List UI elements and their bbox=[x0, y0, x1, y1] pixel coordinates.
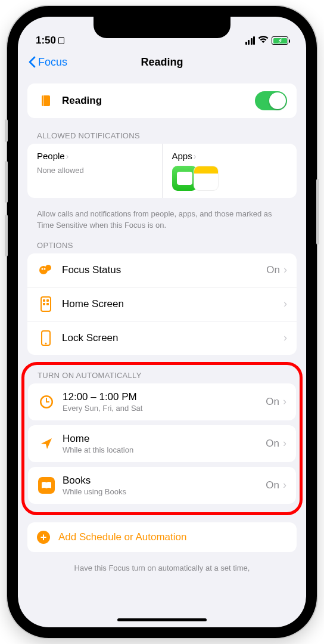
annotation-highlight: TURN ON AUTOMATICALLY 12:00 – 1:00 PM Ev… bbox=[21, 362, 303, 515]
add-automation-card: + Add Schedule or Automation bbox=[27, 522, 297, 552]
focus-status-icon bbox=[37, 261, 55, 279]
chevron-right-icon: › bbox=[283, 437, 286, 450]
add-automation-button[interactable]: + Add Schedule or Automation bbox=[27, 522, 297, 552]
automation-app-card: Books While using Books On › bbox=[28, 467, 296, 504]
back-button[interactable]: Focus bbox=[29, 56, 67, 69]
notes-app-icon bbox=[194, 166, 219, 191]
allowed-people-sub: None allowed bbox=[37, 166, 152, 175]
automation-time-sub: Every Sun, Fri, and Sat bbox=[63, 404, 266, 413]
automation-location-row[interactable]: Home While at this location On › bbox=[28, 425, 296, 462]
automation-time-card: 12:00 – 1:00 PM Every Sun, Fri, and Sat … bbox=[28, 383, 296, 420]
svg-rect-6 bbox=[41, 297, 51, 311]
automation-location-title: Home bbox=[63, 433, 266, 445]
battery-icon: ⚡︎ bbox=[272, 36, 288, 45]
automation-app-row[interactable]: Books While using Books On › bbox=[28, 467, 296, 504]
status-time: 1:50 bbox=[36, 35, 56, 47]
focus-enable-toggle[interactable] bbox=[255, 91, 287, 110]
chevron-right-icon: › bbox=[284, 298, 287, 310]
options-header: OPTIONS bbox=[27, 235, 297, 253]
chevron-right-icon: › bbox=[283, 479, 286, 491]
lock-screen-label: Lock Screen bbox=[62, 332, 284, 344]
svg-point-3 bbox=[45, 265, 51, 271]
clock-icon bbox=[38, 393, 55, 411]
allowed-apps-label: Apps bbox=[172, 151, 192, 161]
home-indicator[interactable] bbox=[117, 618, 207, 621]
automation-location-card: Home While at this location On › bbox=[28, 425, 296, 462]
svg-point-4 bbox=[42, 268, 43, 270]
svg-point-5 bbox=[44, 268, 46, 270]
automation-location-sub: While at this location bbox=[63, 445, 266, 454]
automation-app-title: Books bbox=[63, 475, 266, 487]
device-notch bbox=[94, 17, 230, 38]
books-app-icon bbox=[38, 476, 55, 494]
automation-location-value: On bbox=[266, 438, 279, 450]
svg-rect-9 bbox=[43, 303, 45, 305]
svg-point-12 bbox=[45, 342, 47, 344]
allowed-footer-text: Allow calls and notifications from peopl… bbox=[27, 205, 297, 235]
allowed-notifications-card: People › None allowed Apps › bbox=[27, 144, 297, 198]
automation-app-sub: While using Books bbox=[63, 487, 266, 496]
focus-status-label: Focus Status bbox=[62, 264, 266, 276]
chevron-right-icon: › bbox=[284, 332, 287, 344]
focus-status-row[interactable]: Focus Status On › bbox=[27, 253, 297, 287]
page-title: Reading bbox=[141, 56, 183, 69]
focus-name-label: Reading bbox=[62, 95, 255, 107]
focus-toggle-card: Reading bbox=[27, 83, 297, 118]
lock-screen-row[interactable]: Lock Screen › bbox=[27, 321, 297, 355]
chevron-right-icon: › bbox=[194, 151, 197, 161]
back-label: Focus bbox=[38, 56, 67, 69]
chevron-right-icon: › bbox=[284, 264, 287, 276]
svg-rect-1 bbox=[43, 95, 44, 106]
automation-time-title: 12:00 – 1:00 PM bbox=[63, 391, 266, 403]
automation-app-value: On bbox=[266, 479, 279, 491]
navigation-bar: Focus Reading bbox=[18, 48, 306, 76]
options-card: Focus Status On › Home Screen › Lock Scr… bbox=[27, 253, 297, 355]
home-screen-row[interactable]: Home Screen › bbox=[27, 287, 297, 321]
svg-rect-10 bbox=[46, 303, 49, 305]
cellular-signal-icon bbox=[245, 36, 256, 45]
chevron-right-icon: › bbox=[283, 395, 286, 408]
home-screen-icon bbox=[37, 295, 55, 313]
focus-status-value: On bbox=[266, 264, 280, 276]
add-automation-label: Add Schedule or Automation bbox=[58, 531, 186, 543]
chevron-left-icon bbox=[29, 56, 36, 68]
auto-footer-text: Have this Focus turn on automatically at… bbox=[27, 559, 297, 578]
allowed-people-label: People bbox=[37, 151, 65, 161]
location-arrow-icon bbox=[38, 435, 55, 453]
plus-circle-icon: + bbox=[37, 531, 50, 544]
allowed-apps-button[interactable]: Apps › bbox=[162, 144, 297, 198]
automation-time-value: On bbox=[266, 396, 279, 408]
lock-screen-icon bbox=[37, 329, 55, 347]
chevron-right-icon: › bbox=[66, 151, 69, 161]
svg-rect-8 bbox=[46, 299, 49, 302]
home-screen-label: Home Screen bbox=[62, 298, 284, 310]
reading-focus-icon bbox=[37, 92, 55, 110]
automation-time-row[interactable]: 12:00 – 1:00 PM Every Sun, Fri, and Sat … bbox=[28, 383, 296, 420]
svg-rect-7 bbox=[43, 299, 45, 302]
orientation-lock-icon bbox=[58, 37, 64, 44]
wifi-icon bbox=[258, 35, 269, 47]
auto-header: TURN ON AUTOMATICALLY bbox=[28, 367, 296, 383]
allowed-notifications-header: ALLOWED NOTIFICATIONS bbox=[27, 125, 297, 144]
allowed-people-button[interactable]: People › None allowed bbox=[27, 144, 162, 198]
